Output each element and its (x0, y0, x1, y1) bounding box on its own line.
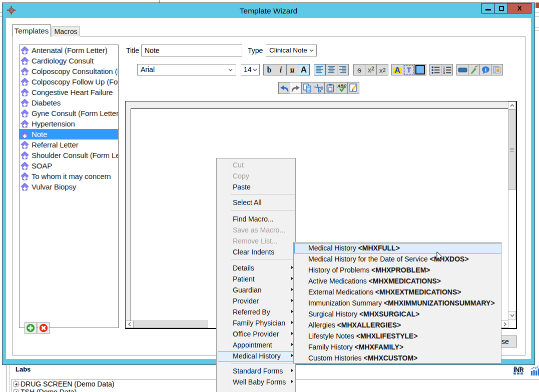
svg-text:3: 3 (443, 72, 445, 74)
svg-text:ABC: ABC (337, 84, 347, 88)
svg-text:INR: INR (513, 366, 523, 374)
svg-text:i: i (484, 66, 486, 72)
svg-text:A: A (394, 66, 400, 74)
svg-text:T: T (407, 66, 411, 74)
